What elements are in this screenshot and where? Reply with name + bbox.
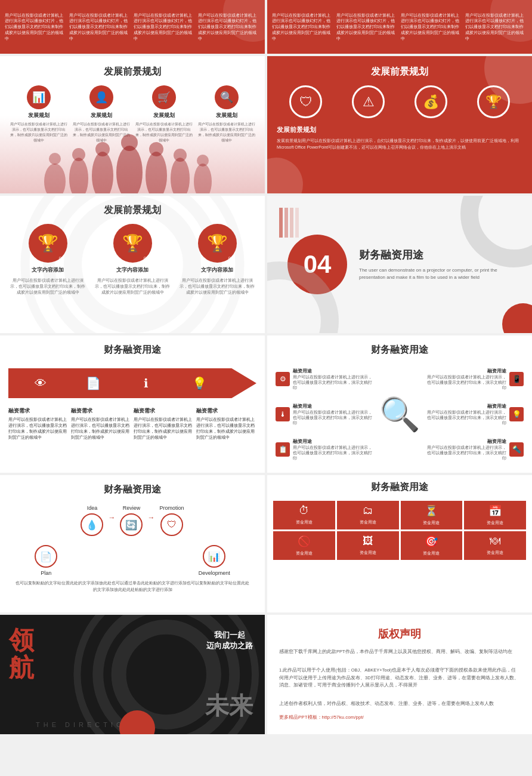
svg-point-17 (119, 627, 214, 722)
red-box-label-1: 资金用途 (296, 519, 313, 525)
red-box-label-8: 资金用途 (487, 550, 503, 556)
arrow-icon-4: 💡 (173, 376, 226, 390)
fi-desc-1: 用户可以在投影仪或者计算机上进行演示，也可以播放显示文档打印出来，演示文稿打印 (293, 374, 373, 390)
top-rcol-1: 用户可以在投影仪或者计算机上进行演示也可以播放幻灯片，他们以播放显示文档打印出来… (272, 13, 334, 42)
red-box-8: 🍽 资金用途 (464, 531, 526, 560)
finance-left-col: ⚙ 融资用途 用户可以在投影仪或者计算机上进行演示，也可以播放显示文档打印出来，… (276, 364, 373, 465)
top-text-cols-r: 用户可以在投影仪或者计算机上进行演示也可以播放幻灯片，他们以播放显示文档打印出来… (272, 13, 527, 42)
finance-text-2: 用户可以在投影仪或者计算机上进行演示，也可以播放显示文档打印出来，制作成胶片以便… (71, 417, 131, 441)
fi-desc-4: 用户可以在投影仪或者计算机上进行演示，也可以播放显示文档打印出来，演示文稿打印 (426, 374, 506, 390)
r-icon-circle-2: ⚠ (352, 85, 385, 118)
top-col-3: 用户可以在投影仪或者计算机上进行演示也可以播放幻灯片，他们以播放显示文档打印出来… (134, 13, 196, 42)
svg-point-5 (95, 142, 110, 156)
slide-top-left: 用户可以在投影仪或者计算机上进行演示也可以播放幻灯片，他们以播放显示文档打印出来… (0, 0, 265, 54)
svg-point-10 (171, 158, 190, 193)
prospect-right-icon-row: 🛡 ⚠ 💰 🏆 (277, 85, 522, 118)
red-box-icon-5: 🚫 (298, 535, 311, 548)
red-box-icon-4: 📅 (488, 504, 502, 518)
slide-04-desc: The user can demonstrate on a projector … (359, 267, 512, 281)
finance-title-1: 融资需求 (8, 407, 69, 415)
top-text-cols: 用户可以在投影仪或者计算机上进行演示也可以播放幻灯片，他们以播放显示文档打印出来… (5, 13, 260, 42)
cycle-conn-2: → (147, 513, 154, 522)
r-icon-item-1: 🛡 (289, 85, 322, 118)
fi-title-3: 融资用途 (293, 438, 373, 445)
prospect-right-text: 发展前景规划用户可以在投影仪或计算机上进行演示，台灯以播放显示文档打印出来，制作… (277, 138, 522, 150)
copyright-para2: 1.此作品可以用于个人使用(包括：OBJ、ABKEY+Tool)也是本于人每次必… (279, 667, 520, 689)
slide-redboxes: 财务融资用途 ⏱ 资金用途 🗂 资金用途 ⏳ 资金用途 📅 资金用途 🚫 资金 (267, 475, 532, 612)
fi-text-block-6: 融资用途 用户可以在投影仪或者计算机上进行演示，也可以播放显示文档打印出来，演示… (426, 438, 506, 461)
slide-04: 04 财务融资用途 The user can demonstrate on a … (267, 196, 532, 333)
red-boxes-row2: 🚫 资金用途 🖼 资金用途 🎯 资金用途 🍽 资金用途 (273, 531, 526, 560)
svg-point-0 (44, 164, 66, 193)
red-box-icon-6: 🖼 (363, 535, 373, 547)
trophy-num-1: 01 (58, 255, 64, 261)
fi-title-6: 融资用途 (426, 438, 506, 445)
red-box-icon-7: 🎯 (425, 535, 438, 548)
finance-icons-layout: ⚙ 融资用途 用户可以在投影仪或者计算机上进行演示，也可以播放显示文档打印出来，… (276, 364, 524, 465)
red-box-3: ⏳ 资金用途 (401, 501, 463, 529)
svg-point-1 (49, 153, 61, 165)
icon-circle-2: 👤 (89, 85, 113, 109)
red-box-icon-1: ⏱ (299, 504, 310, 517)
red-box-1: ⏱ 资金用途 (273, 501, 335, 529)
prospect-right-sub-title: 发展前景规划 (277, 125, 522, 134)
red-box-label-2: 资金用途 (360, 519, 376, 525)
people-svg (19, 122, 246, 193)
magnifier-icon: 🔍 (379, 395, 420, 434)
finance-col-4: 融资需求 用户可以在投影仪或者计算机上进行演示，也可以播放显示文档打印出来，制作… (196, 407, 256, 441)
wave-svg (0, 196, 265, 333)
cycle-circle-idea: 💧 (81, 513, 103, 536)
arrow-icon-2: 📄 (67, 376, 120, 390)
red-box-label-5: 资金用途 (296, 550, 313, 556)
cycle-circle-promo: 🛡 (160, 513, 183, 536)
fi-text-block-1: 融资用途 用户可以在投影仪或者计算机上进行演示，也可以播放显示文档打印出来，演示… (293, 368, 373, 390)
arrow-icon-1: 👁 (14, 376, 67, 390)
finance-arrow-title: 财务融资用途 (8, 344, 256, 356)
svg-point-9 (149, 142, 163, 156)
r-icon-item-2: ⚠ (352, 85, 385, 118)
leadership-cn-text: 领航 (9, 627, 34, 682)
finance-title-2: 融资需求 (71, 407, 131, 415)
red-box-icon-2: 🗂 (363, 504, 373, 517)
cycle-row-bottom: 📄 Plan 📊 Development (8, 545, 256, 576)
leadership-future-text: 未来 (205, 689, 253, 722)
cycle-circle-review: 🔄 (120, 513, 143, 536)
svg-point-4 (92, 152, 113, 193)
top-col-1: 用户可以在投影仪或者计算机上进行演示也可以播放幻灯片，他们以播放显示文档打印出来… (5, 13, 67, 42)
fi-title-2: 融资用途 (293, 403, 373, 409)
trophy-circle-1: 🏆 01 (29, 224, 67, 263)
deco-circle-br (267, 158, 303, 193)
prospect-left-title: 发展前景规划 (10, 66, 255, 78)
cycle-circle-plan: 📄 (35, 545, 57, 568)
finance-text-row: 融资需求 用户可以在投影仪或者计算机上进行演示，也可以播放显示文档打印出来，制作… (8, 407, 256, 441)
people-silhouette-bg (0, 116, 265, 193)
red-boxes-row1: ⏱ 资金用途 🗂 资金用途 ⏳ 资金用途 📅 资金用途 (273, 501, 526, 529)
svg-point-14 (73, 205, 192, 324)
svg-point-8 (146, 152, 167, 193)
finance-right-col: 📱 融资用途 用户可以在投影仪或者计算机上进行演示，也可以播放显示文档打印出来，… (426, 364, 524, 465)
cycle-label-review: Review (123, 505, 141, 511)
stripe-bar-4 (295, 208, 299, 238)
stripe-bar-2 (284, 208, 288, 238)
finance-text-4: 用户可以在投影仪或者计算机上进行演示，也可以播放显示文档打印出来，制作成胶片以便… (196, 417, 256, 441)
cycle-circle-dev: 📊 (203, 545, 225, 568)
fi-desc-6: 用户可以在投影仪或者计算机上进行演示，也可以播放显示文档打印出来，演示文稿打印 (426, 445, 506, 461)
slide-trophy: 发展前景规划 🏆 01 文字内容添加 用户可以在投影仪或者计算机上进行演示，也可… (0, 196, 265, 333)
row3-container: 发展前景规划 🏆 01 文字内容添加 用户可以在投影仪或者计算机上进行演示，也可… (0, 196, 532, 333)
svg-point-3 (72, 148, 85, 161)
fi-text-block-2: 融资用途 用户可以在投影仪或者计算机上进行演示，也可以播放显示文档打印出来，演示… (293, 403, 373, 426)
trophy-circle-3: 🏆 03 (198, 224, 237, 263)
red-box-label-7: 资金用途 (423, 550, 440, 556)
red-box-6: 🖼 资金用途 (337, 531, 399, 560)
fi-item-6: 🔦 融资用途 用户可以在投影仪或者计算机上进行演示，也可以播放显示文档打印出来，… (426, 438, 524, 461)
cycle-label-plan: Plan (41, 570, 51, 576)
cycle-label-promo: Promotion (159, 505, 184, 511)
red-box-label-6: 资金用途 (360, 550, 376, 556)
fi-desc-5: 用户可以在投影仪或者计算机上进行演示，也可以播放显示文档打印出来，演示文稿打印 (426, 409, 506, 426)
cycle-row-top: Idea 💧 → Review 🔄 → Promotion 🛡 (8, 505, 256, 536)
finance-col-1: 融资需求 用户可以在投影仪或者计算机上进行演示，也可以播放显示文档打印出来，制作… (8, 407, 69, 441)
big-arrow: 👁 📄 ℹ 💡 (8, 368, 256, 398)
red-box-icon-3: ⏳ (425, 504, 438, 518)
cycle-item-idea: Idea 💧 (81, 505, 103, 536)
row2-container: 发展前景规划 📊 发展规划 用户可以在投影仪或者计算机上进行演示，也可以播放显示… (0, 56, 532, 193)
